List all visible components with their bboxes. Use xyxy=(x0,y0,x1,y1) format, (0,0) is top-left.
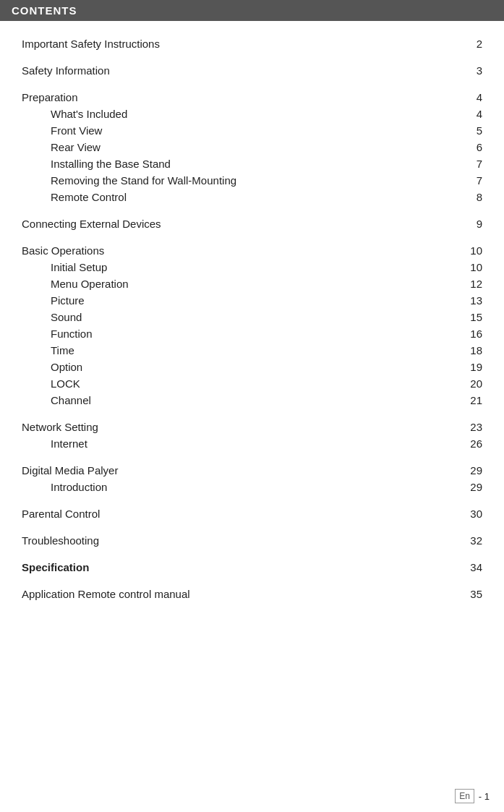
toc-row: Function16 xyxy=(22,325,482,342)
toc-label: Preparation xyxy=(22,91,461,103)
toc-label: Troubleshooting xyxy=(22,534,461,547)
toc-row: Menu Operation12 xyxy=(22,275,482,292)
toc-row: Connecting External Devices9 xyxy=(22,215,482,232)
toc-label: Remote Control xyxy=(51,191,461,203)
toc-row: Installing the Base Stand7 xyxy=(22,155,482,172)
footer-page: - 1 xyxy=(479,791,490,802)
toc-row: Specification34 xyxy=(22,559,482,576)
toc-page: 4 xyxy=(461,108,482,120)
toc-row: Option19 xyxy=(22,359,482,375)
toc-row: Removing the Stand for Wall-Mounting7 xyxy=(22,172,482,189)
toc-page: 9 xyxy=(461,218,482,230)
toc-label: Internet xyxy=(51,437,461,450)
toc-row: Parental Control30 xyxy=(22,505,482,522)
toc-page: 4 xyxy=(461,91,482,103)
toc-page: 32 xyxy=(461,534,482,547)
toc-row: LOCK20 xyxy=(22,375,482,392)
toc-label: Channel xyxy=(51,394,461,406)
toc-label: Time xyxy=(51,344,461,356)
toc-page: 7 xyxy=(461,158,482,170)
toc-section: Troubleshooting32 xyxy=(22,532,482,549)
toc-row: Important Safety Instructions2 xyxy=(22,35,482,52)
toc-row: Internet26 xyxy=(22,435,482,452)
toc-label: Menu Operation xyxy=(51,278,461,290)
toc-page: 15 xyxy=(461,311,482,323)
toc-row: Preparation4 xyxy=(22,89,482,106)
toc-label: Safety Information xyxy=(22,64,461,77)
toc-row: Sound15 xyxy=(22,309,482,325)
toc-label: Option xyxy=(51,361,461,373)
toc-label: What's Included xyxy=(51,108,461,120)
toc-section: Network Setting23Internet26 xyxy=(22,419,482,452)
header: CONTENTS xyxy=(0,0,504,21)
toc-page: 19 xyxy=(461,361,482,373)
toc-page: 8 xyxy=(461,191,482,203)
toc-page: 26 xyxy=(461,437,482,450)
toc-label: Connecting External Devices xyxy=(22,218,461,230)
toc-label: Front View xyxy=(51,124,461,137)
toc-row: Application Remote control manual35 xyxy=(22,586,482,602)
toc-row: Time18 xyxy=(22,342,482,359)
toc-row: Safety Information3 xyxy=(22,62,482,79)
toc-row: What's Included4 xyxy=(22,106,482,122)
header-title: CONTENTS xyxy=(12,4,77,17)
footer: En - 1 xyxy=(455,789,490,803)
toc-row: Picture13 xyxy=(22,292,482,309)
toc-row: Channel21 xyxy=(22,392,482,409)
toc-section: Basic Operations10Initial Setup10Menu Op… xyxy=(22,242,482,409)
toc-page: 10 xyxy=(461,261,482,273)
toc-page: 2 xyxy=(461,38,482,50)
toc-page: 21 xyxy=(461,394,482,406)
toc-label: Parental Control xyxy=(22,508,461,520)
toc-page: 6 xyxy=(461,141,482,153)
toc-row: Basic Operations10 xyxy=(22,242,482,259)
toc-page: 29 xyxy=(461,464,482,476)
toc-label: Rear View xyxy=(51,141,461,153)
toc-section: Safety Information3 xyxy=(22,62,482,79)
toc-row: Network Setting23 xyxy=(22,419,482,435)
toc-page: 7 xyxy=(461,174,482,187)
toc-label: Picture xyxy=(51,294,461,307)
toc-page: 23 xyxy=(461,421,482,433)
toc-label: Digital Media Palyer xyxy=(22,464,461,476)
toc-page: 12 xyxy=(461,278,482,290)
toc-label: Initial Setup xyxy=(51,261,461,273)
toc-section: Important Safety Instructions2 xyxy=(22,35,482,52)
toc-section: Application Remote control manual35 xyxy=(22,586,482,602)
toc-page: 30 xyxy=(461,508,482,520)
toc-page: 35 xyxy=(461,588,482,600)
toc-row: Remote Control8 xyxy=(22,189,482,205)
toc-page: 5 xyxy=(461,124,482,137)
toc-label: Sound xyxy=(51,311,461,323)
footer-lang-badge: En xyxy=(455,789,474,803)
toc-page: 13 xyxy=(461,294,482,307)
toc-section: Specification34 xyxy=(22,559,482,576)
toc-label: Network Setting xyxy=(22,421,461,433)
toc-label: Introduction xyxy=(51,481,461,493)
toc-row: Rear View6 xyxy=(22,139,482,155)
table-of-contents: Important Safety Instructions2Safety Inf… xyxy=(0,21,504,627)
toc-page: 16 xyxy=(461,328,482,340)
toc-row: Digital Media Palyer29 xyxy=(22,462,482,479)
toc-page: 10 xyxy=(461,244,482,257)
toc-label: Removing the Stand for Wall-Mounting xyxy=(51,174,461,187)
toc-label: Specification xyxy=(22,561,461,573)
toc-row: Initial Setup10 xyxy=(22,259,482,275)
toc-row: Troubleshooting32 xyxy=(22,532,482,549)
toc-label: Important Safety Instructions xyxy=(22,38,461,50)
toc-page: 18 xyxy=(461,344,482,356)
toc-row: Front View5 xyxy=(22,122,482,139)
toc-page: 29 xyxy=(461,481,482,493)
toc-section: Digital Media Palyer29Introduction29 xyxy=(22,462,482,495)
toc-page: 34 xyxy=(461,561,482,573)
toc-section: Connecting External Devices9 xyxy=(22,215,482,232)
toc-label: Function xyxy=(51,328,461,340)
toc-label: LOCK xyxy=(51,377,461,390)
toc-section: Parental Control30 xyxy=(22,505,482,522)
toc-label: Installing the Base Stand xyxy=(51,158,461,170)
toc-row: Introduction29 xyxy=(22,479,482,495)
toc-label: Basic Operations xyxy=(22,244,461,257)
toc-page: 3 xyxy=(461,64,482,77)
toc-section: Preparation4What's Included4Front View5R… xyxy=(22,89,482,205)
toc-label: Application Remote control manual xyxy=(22,588,461,600)
